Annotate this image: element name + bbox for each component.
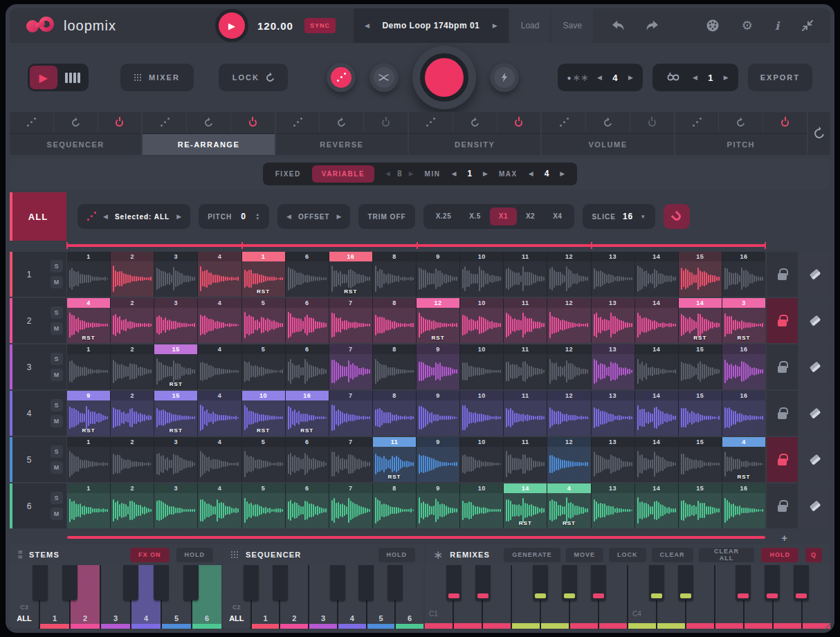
black-key[interactable] (358, 565, 374, 600)
step-cell[interactable]: 16 (722, 252, 765, 297)
loop-next-arrow-icon[interactable]: ▶ (724, 74, 729, 81)
tab-refresh-cell[interactable] (187, 112, 231, 133)
preset-name[interactable]: Demo Loop 174bpm 01 (379, 21, 483, 30)
main-trigger-knob[interactable] (412, 46, 476, 109)
row-lock-cell[interactable] (767, 298, 798, 343)
step-cell[interactable]: 12 (547, 344, 590, 389)
remix-black-key[interactable] (678, 565, 693, 600)
min-next-arrow-icon[interactable]: ▶ (483, 170, 488, 177)
step-cell[interactable]: 15RST (154, 391, 197, 436)
step-cell[interactable]: 15 (679, 437, 722, 482)
black-key[interactable] (123, 565, 138, 600)
step-cell[interactable]: 3 (154, 252, 197, 297)
solo-button[interactable]: S (51, 445, 63, 458)
max-next-arrow-icon[interactable]: ▶ (560, 170, 565, 177)
fixed-button[interactable]: FIXED (275, 170, 301, 178)
tab-re-arrange[interactable]: RE-ARRANGE (143, 112, 274, 155)
step-cell[interactable]: 14 (635, 483, 678, 528)
solo-button[interactable]: S (51, 353, 63, 365)
clear-all-button[interactable]: CLEAR ALL (699, 548, 755, 562)
play-button[interactable]: ▶ (219, 12, 245, 39)
step-cell[interactable]: 3 (154, 437, 197, 482)
step-cell[interactable]: 10 (460, 298, 503, 343)
info-icon[interactable]: i (775, 19, 779, 33)
step-cell[interactable]: 9 (417, 344, 459, 389)
step-cell[interactable]: 8 (373, 344, 416, 389)
step-cell[interactable]: 7 (329, 391, 372, 436)
step-cell[interactable]: 16 (722, 344, 765, 389)
remix-black-key[interactable] (591, 565, 606, 600)
mute-button[interactable]: M (51, 415, 63, 427)
step-cell[interactable]: 4 (198, 483, 241, 528)
magnet-button[interactable] (664, 204, 690, 229)
step-cell[interactable]: 4RST (67, 298, 110, 343)
save-button[interactable]: Save (551, 8, 592, 43)
tab-randomize-cell[interactable] (10, 112, 54, 133)
step-cell[interactable]: 15 (679, 483, 722, 528)
step-cell[interactable]: 11 (504, 391, 547, 436)
tab-power-cell[interactable] (364, 112, 408, 133)
step-cell[interactable]: 16 (722, 483, 765, 528)
step-cell[interactable]: 12 (547, 437, 590, 482)
step-cell[interactable]: 9RST (67, 391, 110, 436)
sync-button[interactable]: SYNC (304, 18, 336, 33)
step-cell[interactable]: 10 (460, 437, 503, 482)
fixed-next-arrow-icon[interactable]: ▶ (409, 170, 414, 177)
multiplier-x2[interactable]: X2 (517, 207, 544, 225)
black-key[interactable] (244, 565, 259, 600)
step-cell[interactable]: 2 (111, 344, 154, 389)
step-cell[interactable]: 4 (198, 391, 241, 436)
step-cell[interactable]: 8 (373, 391, 416, 436)
step-cell[interactable]: 14RST (504, 483, 547, 528)
black-key[interactable] (273, 565, 288, 600)
instant-knob[interactable] (490, 63, 519, 92)
row-erase-cell[interactable] (799, 391, 830, 436)
lock-button[interactable]: LOCK (609, 548, 646, 562)
selected-next-arrow-icon[interactable]: ▶ (176, 213, 181, 220)
preset-next-arrow-icon[interactable]: ▶ (493, 22, 497, 29)
black-key[interactable] (330, 565, 345, 600)
undo-icon[interactable] (611, 19, 626, 32)
fx-on-button[interactable]: FX ON (130, 548, 170, 562)
step-cell[interactable]: 11RST (373, 437, 416, 482)
trim-chip[interactable]: TRIM OFF (358, 204, 414, 229)
row-erase-cell[interactable] (799, 252, 830, 297)
mute-button[interactable]: M (51, 508, 63, 520)
loop-prev-arrow-icon[interactable]: ◀ (693, 74, 697, 81)
pitch-spinner[interactable]: ▲▼ (255, 212, 260, 221)
step-cell[interactable]: 1 (67, 252, 110, 297)
step-cell[interactable]: 13 (592, 298, 634, 343)
step-cell[interactable]: 14 (635, 344, 678, 389)
step-cell[interactable]: 9 (417, 391, 459, 436)
tab-power-cell[interactable] (630, 112, 674, 133)
step-cell[interactable]: 16 (722, 391, 765, 436)
settings-gear-icon[interactable]: ⚙ (742, 19, 753, 32)
tab-refresh-cell[interactable] (586, 112, 630, 133)
mute-button[interactable]: M (51, 461, 63, 474)
pattern-next-arrow-icon[interactable]: ▶ (628, 74, 633, 81)
step-cell[interactable]: 11 (504, 344, 547, 389)
step-cell[interactable]: 13 (592, 483, 634, 528)
tab-refresh-cell[interactable] (453, 112, 497, 133)
tabs-refresh-cell[interactable] (808, 112, 830, 155)
fixed-prev-arrow-icon[interactable]: ◀ (385, 170, 390, 177)
step-cell[interactable]: 3 (154, 483, 197, 528)
tab-randomize-cell[interactable] (409, 112, 453, 133)
multiplier-x4[interactable]: X4 (544, 207, 571, 225)
black-key[interactable] (154, 565, 169, 600)
lock-button[interactable]: LOCK (219, 64, 288, 91)
step-cell[interactable]: 14 (635, 252, 678, 297)
step-cell[interactable]: 9 (417, 483, 459, 528)
remix-black-key[interactable] (649, 565, 664, 600)
load-button[interactable]: Load (510, 8, 551, 43)
shuffle-knob[interactable] (369, 63, 399, 92)
step-cell[interactable]: 8 (373, 298, 416, 343)
solo-button[interactable]: S (51, 399, 63, 412)
step-cell[interactable]: 8 (373, 483, 416, 528)
tab-power-cell[interactable] (231, 112, 275, 133)
step-cell[interactable]: 14 (635, 437, 678, 482)
row-erase-cell[interactable] (799, 483, 830, 528)
step-cell[interactable]: 2 (111, 298, 154, 343)
tab-reverse[interactable]: REVERSE (276, 112, 408, 155)
tab-power-cell[interactable] (98, 112, 142, 133)
